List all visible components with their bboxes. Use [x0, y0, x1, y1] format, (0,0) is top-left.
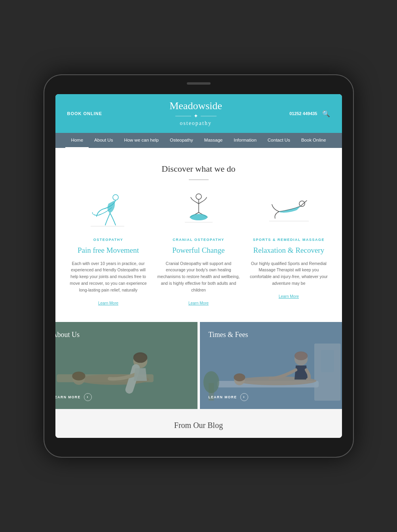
logo-main-text: Meadowside	[169, 100, 222, 112]
service-category-osteopathy: OSTEOPATHY	[67, 238, 150, 242]
discover-section: Discover what we do	[67, 164, 330, 180]
nav-item-home[interactable]: Home	[65, 133, 89, 148]
site-logo: Meadowside ✦ osteopathy	[169, 100, 222, 127]
nav-item-book-online[interactable]: Book Online	[296, 133, 332, 148]
tablet-frame: BOOK ONLINE Meadowside ✦ osteopathy 0125…	[44, 75, 353, 456]
service-desc-cranial: Cranial Osteopathy will support and enco…	[158, 260, 240, 293]
discover-title: Discover what we do	[67, 164, 330, 174]
header-right: 01252 449435 🔍	[289, 110, 330, 117]
times-card-arrow-icon: ›	[240, 393, 248, 401]
discover-divider	[189, 180, 209, 180]
times-card-learn-more[interactable]: LEARN MORE ›	[209, 393, 248, 401]
logo-bird-icon: ✦	[194, 113, 198, 119]
service-card-massage: SPORTS & REMEDIAL MASSAGE Relaxation & R…	[248, 192, 330, 306]
services-grid: OSTEOPATHY Pain free Movement Each with …	[67, 192, 330, 306]
service-desc-osteopathy: Each with over 10 years in practice, our…	[67, 260, 150, 293]
service-title-massage: Relaxation & Recovery	[248, 246, 330, 256]
nav-item-about[interactable]: About Us	[89, 133, 118, 148]
times-card-title: Times & Fees	[209, 331, 248, 339]
svg-point-3	[190, 214, 207, 220]
service-category-massage: SPORTS & REMEDIAL MASSAGE	[248, 238, 330, 242]
blog-title: From Our Blog	[67, 421, 330, 430]
nav-item-contact[interactable]: Contact Us	[262, 133, 296, 148]
site-header: BOOK ONLINE Meadowside ✦ osteopathy 0125…	[55, 94, 342, 133]
svg-point-0	[113, 195, 118, 200]
about-card-arrow-icon: ›	[84, 393, 92, 401]
image-cards-section: About Us LEARN MORE ›	[55, 322, 342, 409]
about-us-card[interactable]: About Us LEARN MORE ›	[55, 322, 198, 409]
main-content: Discover what we do	[55, 148, 342, 306]
nav-item-how-we-help[interactable]: How we can help	[118, 133, 164, 148]
logo-divider: ✦	[169, 113, 222, 119]
about-card-learn-more[interactable]: LEARN MORE ›	[55, 393, 92, 401]
osteopathy-illustration	[67, 192, 150, 231]
learn-more-osteopathy[interactable]: Learn More	[98, 301, 118, 305]
nav-item-osteopathy[interactable]: Osteopathy	[164, 133, 199, 148]
blog-section: From Our Blog	[55, 409, 342, 438]
svg-point-2	[196, 194, 201, 199]
service-title-osteopathy: Pain free Movement	[67, 246, 150, 256]
about-card-title: About Us	[55, 331, 80, 339]
service-desc-massage: Our highly qualified Sports and Remedial…	[248, 260, 330, 287]
cranial-illustration	[158, 192, 240, 231]
svg-point-5	[299, 201, 305, 206]
nav-list: Home About Us How we can help Osteopathy…	[55, 133, 342, 148]
times-fees-card[interactable]: Times & Fees LEARN MORE ›	[200, 322, 342, 409]
website-container: BOOK ONLINE Meadowside ✦ osteopathy 0125…	[55, 94, 342, 437]
massage-illustration	[248, 192, 330, 231]
service-category-cranial: CRANIAL OSTEOPATHY	[158, 238, 240, 242]
service-card-osteopathy: OSTEOPATHY Pain free Movement Each with …	[67, 192, 150, 306]
service-card-cranial: CRANIAL OSTEOPATHY Powerful Change Crani…	[158, 192, 240, 306]
logo-sub-text: osteopathy	[169, 120, 222, 127]
site-navigation: Home About Us How we can help Osteopathy…	[55, 133, 342, 148]
book-online-button[interactable]: BOOK ONLINE	[67, 111, 103, 116]
nav-item-information[interactable]: Information	[228, 133, 262, 148]
search-icon[interactable]: 🔍	[322, 110, 330, 117]
phone-number: 01252 449435	[289, 111, 317, 116]
learn-more-cranial[interactable]: Learn More	[188, 301, 209, 305]
nav-item-massage[interactable]: Massage	[199, 133, 228, 148]
service-title-cranial: Powerful Change	[158, 246, 240, 256]
learn-more-massage[interactable]: Learn More	[279, 294, 299, 299]
